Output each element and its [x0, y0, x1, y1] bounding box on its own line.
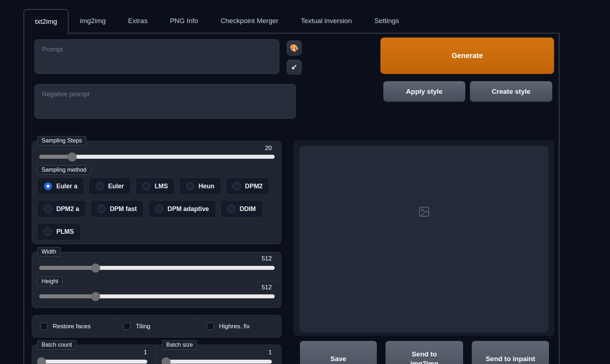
- checkbox-icon[interactable]: [206, 323, 214, 330]
- radio-circle-icon: [97, 205, 105, 213]
- batch-size-slider[interactable]: [164, 360, 272, 364]
- palette-icon: 🎨: [290, 44, 299, 52]
- batch-size-value: 1: [269, 349, 272, 356]
- checkbox-icon[interactable]: [123, 323, 131, 330]
- tab-bar: img2img Extras PNG Info Checkpoint Merge…: [69, 9, 410, 33]
- radio-circle-icon: [44, 205, 52, 213]
- tab-checkpoint-merger[interactable]: Checkpoint Merger: [209, 17, 290, 25]
- width-value: 512: [262, 255, 272, 262]
- radio-label: DPM2: [245, 183, 263, 190]
- tab-png-info[interactable]: PNG Info: [159, 17, 209, 25]
- apply-style-button[interactable]: Apply style: [383, 81, 465, 102]
- radio-circle-icon: [186, 182, 194, 190]
- options-panel: Restore faces Tiling Highres. fix: [32, 315, 282, 338]
- paste-params-button[interactable]: ↙: [287, 60, 302, 75]
- radio-label: Euler: [108, 183, 124, 190]
- width-slider-fill: [39, 266, 96, 270]
- radio-dpm-adaptive[interactable]: DPM adaptive: [148, 200, 216, 218]
- radio-circle-icon: [233, 182, 241, 190]
- size-panel: Width 512 Height 512: [32, 252, 282, 308]
- height-label: Height: [37, 277, 62, 286]
- radio-circle-icon: [44, 182, 52, 190]
- restore-faces-checkbox[interactable]: Restore faces: [32, 315, 115, 337]
- radio-circle-icon: [142, 182, 150, 190]
- radio-circle-icon: [155, 205, 163, 213]
- arrow-down-left-icon: ↙: [291, 63, 297, 71]
- radio-euler-a[interactable]: Euler a: [37, 177, 84, 195]
- tab-textual-inversion[interactable]: Textual inversion: [289, 17, 363, 25]
- radio-heun[interactable]: Heun: [179, 177, 221, 195]
- image-placeholder-icon: [418, 206, 430, 218]
- batch-count-slider[interactable]: [39, 360, 147, 364]
- batch-panel: Batch count 1 Batch size 1: [32, 345, 282, 364]
- tab-img2img[interactable]: img2img: [69, 17, 117, 25]
- height-group: Height 512: [32, 281, 281, 308]
- height-value: 512: [262, 284, 272, 291]
- sampling-steps-label: Sampling Steps: [37, 136, 86, 145]
- save-button[interactable]: Save: [300, 341, 377, 364]
- sampling-panel: Sampling Steps 20 Sampling method Euler …: [32, 141, 282, 244]
- tab-txt2img[interactable]: txt2img: [23, 9, 69, 34]
- highres-fix-label: Highres. fix: [219, 323, 250, 330]
- radio-label: DDIM: [240, 205, 256, 213]
- width-slider[interactable]: [39, 266, 275, 270]
- batch-count-label: Batch count: [37, 340, 77, 350]
- radio-label: PLMS: [56, 228, 74, 236]
- height-slider-thumb[interactable]: [91, 292, 100, 301]
- radio-dpm2[interactable]: DPM2: [226, 177, 270, 195]
- batch-size-group: Batch size 1: [157, 345, 282, 364]
- batch-count-value: 1: [144, 349, 147, 356]
- width-slider-thumb[interactable]: [91, 263, 100, 272]
- batch-count-group: Batch count 1: [32, 345, 157, 364]
- restore-faces-label: Restore faces: [53, 323, 91, 330]
- sampling-steps-slider-thumb[interactable]: [68, 152, 77, 161]
- tab-extras[interactable]: Extras: [117, 17, 159, 25]
- radio-circle-icon: [96, 182, 104, 190]
- random-artist-button[interactable]: 🎨: [287, 40, 302, 56]
- sampling-method-group: Sampling method Euler a Euler LMS Heun: [32, 170, 281, 244]
- sampling-steps-slider-fill: [39, 155, 72, 159]
- highres-fix-checkbox[interactable]: Highres. fix: [198, 315, 281, 337]
- width-group: Width 512: [32, 252, 281, 281]
- radio-label: Euler a: [56, 183, 77, 190]
- result-gallery-panel: [294, 141, 554, 336]
- send-to-img2img-button[interactable]: Send to img2img: [385, 341, 463, 364]
- sampling-method-label: Sampling method: [37, 165, 91, 175]
- radio-plms[interactable]: PLMS: [37, 223, 81, 240]
- sampling-steps-value: 20: [265, 145, 272, 152]
- radio-circle-icon: [44, 228, 52, 236]
- tab-settings[interactable]: Settings: [363, 17, 410, 25]
- radio-label: DPM2 a: [56, 205, 79, 213]
- checkbox-icon[interactable]: [40, 323, 48, 330]
- send-to-img2img-label: Send to img2img: [408, 350, 441, 364]
- height-slider-fill: [39, 294, 96, 298]
- sampling-steps-slider[interactable]: [39, 155, 275, 159]
- generate-button[interactable]: Generate: [380, 38, 554, 74]
- tiling-label: Tiling: [136, 323, 150, 330]
- prompt-input[interactable]: [34, 39, 279, 74]
- radio-label: DPM adaptive: [167, 205, 209, 213]
- radio-label: DPM fast: [110, 205, 137, 213]
- radio-label: Heun: [199, 183, 214, 190]
- radio-circle-icon: [227, 205, 235, 213]
- send-to-inpaint-button[interactable]: Send to inpaint: [472, 341, 549, 364]
- negative-prompt-input[interactable]: [34, 84, 296, 119]
- radio-euler[interactable]: Euler: [89, 177, 131, 195]
- radio-label: LMS: [154, 183, 168, 190]
- radio-ddim[interactable]: DDIM: [221, 200, 263, 218]
- height-slider[interactable]: [39, 294, 275, 298]
- radio-lms[interactable]: LMS: [135, 177, 175, 195]
- result-image-area: [300, 146, 548, 332]
- batch-size-slider-thumb[interactable]: [162, 357, 171, 364]
- radio-dpm2-a[interactable]: DPM2 a: [37, 200, 86, 218]
- width-label: Width: [37, 247, 61, 256]
- batch-count-slider-thumb[interactable]: [37, 357, 46, 364]
- batch-size-label: Batch size: [162, 340, 197, 350]
- radio-dpm-fast[interactable]: DPM fast: [91, 200, 144, 218]
- tiling-checkbox[interactable]: Tiling: [115, 315, 198, 337]
- create-style-button[interactable]: Create style: [470, 81, 552, 102]
